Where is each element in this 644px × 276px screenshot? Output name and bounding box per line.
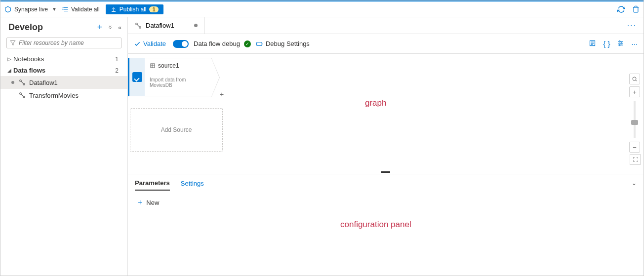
annotation-config: configuration panel: [340, 220, 634, 230]
publish-all-label: Publish all: [120, 6, 147, 13]
toolbar-more-button[interactable]: ···: [631, 39, 638, 48]
group-label: Notebooks: [13, 55, 115, 63]
chevron-right-icon: ▷: [7, 56, 13, 62]
tree-item-label: TransformMovies: [29, 92, 79, 99]
svg-point-14: [621, 42, 623, 44]
debug-status-ok-icon: ✓: [244, 40, 251, 47]
source-node[interactable]: source1 Import data from MoviesDB: [128, 58, 212, 96]
validate-all-label: Validate all: [71, 6, 100, 13]
tab-overflow-button[interactable]: ···: [620, 17, 644, 34]
workspace-mode-dropdown[interactable]: ▼: [52, 6, 57, 12]
expand-collapse-button[interactable]: [107, 24, 113, 31]
editor-tabstrip: Dataflow1 ···: [128, 17, 644, 34]
settings-button[interactable]: [617, 39, 624, 48]
add-resource-button[interactable]: +: [97, 22, 103, 33]
zoom-in-button[interactable]: +: [629, 86, 640, 97]
tree-item-transformmovies[interactable]: TransformMovies: [0, 89, 127, 102]
add-source-label: Add Source: [161, 126, 192, 133]
annotation-graph: graph: [365, 98, 386, 108]
svg-point-15: [619, 44, 621, 46]
tree-item-dataflow1[interactable]: Dataflow1: [0, 76, 127, 89]
group-count: 1: [115, 56, 121, 63]
modified-indicator-icon: [11, 81, 14, 84]
zoom-control: + −: [629, 74, 641, 153]
app-header: Synapse live ▼ Validate all Publish all …: [0, 1, 644, 17]
dataflow-icon: [18, 79, 26, 86]
source-description: Import data from MoviesDB: [150, 77, 206, 88]
svg-rect-8: [257, 42, 262, 45]
filter-icon: [10, 40, 16, 46]
dataflow-icon: [18, 91, 26, 99]
debug-settings-button[interactable]: Debug Settings: [256, 40, 310, 47]
dataset-icon: [150, 63, 156, 69]
panel-tab-settings[interactable]: Settings: [181, 177, 204, 190]
publish-all-button[interactable]: Publish all 1: [106, 4, 163, 14]
chevron-down-icon: ◢: [7, 68, 13, 73]
new-label: New: [146, 199, 159, 206]
filter-input[interactable]: [19, 39, 118, 46]
group-label: Data flows: [13, 67, 115, 74]
group-count: 2: [115, 67, 121, 74]
search-graph-button[interactable]: [629, 74, 640, 84]
source-name: source1: [158, 62, 179, 69]
svg-rect-16: [151, 64, 155, 68]
tree-group-notebooks[interactable]: ▷ Notebooks 1: [0, 53, 127, 65]
svg-point-13: [619, 40, 621, 42]
refresh-button[interactable]: [617, 5, 625, 13]
sidebar-title: Develop: [8, 22, 97, 33]
configuration-panel: Parameters Settings ⌄ + New configuratio…: [128, 174, 644, 276]
svg-line-18: [636, 80, 637, 81]
tab-label: Dataflow1: [146, 22, 174, 29]
plus-icon: +: [138, 198, 142, 207]
publish-count-badge: 1: [149, 6, 158, 12]
source-node-handle[interactable]: [128, 58, 145, 96]
zoom-out-button[interactable]: −: [629, 142, 640, 153]
workspace-mode-label: Synapse live: [14, 6, 48, 13]
debug-toggle-label: Data flow debug: [194, 40, 240, 47]
editor-canvas: Dataflow1 ··· Validate Data flow debug ✓…: [128, 17, 644, 276]
validate-all-button[interactable]: Validate all: [62, 6, 100, 13]
new-parameter-button[interactable]: + New: [138, 198, 634, 207]
dataflow-icon: [135, 22, 142, 29]
filter-input-wrapper[interactable]: [6, 38, 121, 48]
delete-button[interactable]: [632, 5, 640, 13]
panel-collapse-button[interactable]: ⌄: [632, 180, 637, 187]
view-source-button[interactable]: [589, 39, 596, 48]
validate-button[interactable]: Validate: [134, 40, 166, 47]
svg-marker-0: [5, 6, 11, 12]
tree-group-dataflows[interactable]: ◢ Data flows 2: [0, 65, 127, 76]
synapse-icon: [4, 6, 11, 13]
source-type-icon: [132, 72, 142, 82]
code-view-button[interactable]: { }: [603, 39, 610, 48]
dataflow-toolbar: Validate Data flow debug ✓ Debug Setting…: [128, 34, 644, 54]
add-source-button[interactable]: Add Source: [130, 108, 223, 152]
dataflow-graph[interactable]: source1 Import data from MoviesDB + Add …: [128, 54, 644, 171]
validate-label: Validate: [143, 40, 166, 47]
add-transformation-button[interactable]: +: [220, 90, 224, 98]
collapse-sidebar-button[interactable]: «: [118, 24, 121, 31]
panel-splitter[interactable]: [128, 171, 644, 174]
svg-marker-1: [10, 41, 15, 45]
tree-item-label: Dataflow1: [29, 79, 58, 86]
modified-indicator-icon: [194, 24, 198, 27]
zoom-slider-thumb[interactable]: [631, 120, 638, 125]
svg-point-17: [633, 77, 636, 80]
develop-sidebar: Develop + « ▷ Notebooks 1 ◢ Data flows 2: [0, 17, 128, 276]
editor-tab-dataflow1[interactable]: Dataflow1: [128, 17, 205, 34]
debug-toggle[interactable]: [173, 40, 189, 48]
panel-tab-parameters[interactable]: Parameters: [135, 176, 170, 191]
debug-settings-label: Debug Settings: [266, 40, 310, 47]
zoom-slider-track[interactable]: [634, 101, 636, 138]
zoom-fit-button[interactable]: ⛶: [630, 154, 641, 165]
